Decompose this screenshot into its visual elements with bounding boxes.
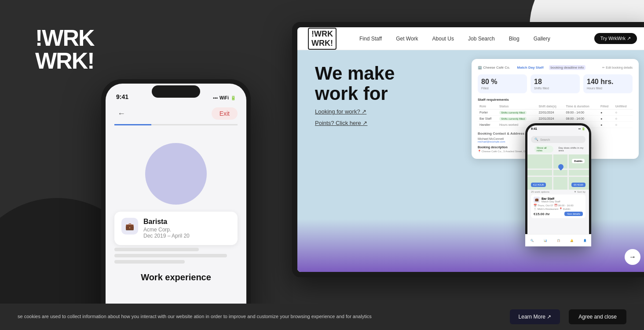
phone-small-mockup: 9:41 ▪▪ 🔋 🔍 Search Show all roles Day do… (525, 123, 591, 246)
phone-notch (152, 85, 200, 98)
nav-blog[interactable]: Blog (509, 36, 520, 42)
job-card: 💼 Barista Acme Corp. Dec 2019 – April 20 (114, 212, 238, 245)
small-status-icons: ▪▪ 🔋 (578, 127, 585, 132)
tab-dashboard[interactable]: 📊 (544, 239, 547, 242)
progress-fill (114, 124, 151, 125)
site-logo: !WRKWRK! (308, 28, 337, 50)
logo: !WRK WRK! (35, 26, 94, 72)
map-road-h (527, 169, 589, 170)
phone-small-screen: 9:41 ▪▪ 🔋 🔍 Search Show all roles Day do… (527, 125, 589, 244)
price-pin-map2: €8 HOUR (571, 183, 585, 187)
table-row: PorterShifts currently filled 22/01/2024… (478, 110, 633, 116)
agree-and-close-button[interactable]: Agree and close (569, 309, 626, 324)
nav-find-staff[interactable]: Find Staff (359, 36, 382, 42)
content-bar-2 (114, 254, 227, 257)
small-status-bar: 9:41 ▪▪ 🔋 (527, 125, 589, 134)
looking-for-work-link[interactable]: Looking for work? ↗ (315, 108, 366, 115)
status-time: 9:41 (116, 93, 128, 100)
laptop-hero: We make work for Looking for work? ↗ Poi… (297, 50, 644, 272)
exit-button[interactable]: Exit (212, 107, 238, 120)
small-job-card: 💼 Bar Staff Match Day Staff 📅 Thurs, Oct… (531, 194, 585, 218)
laptop-screen-inner: !WRKWRK! Find Staff Get Work About Us Jo… (297, 27, 644, 272)
tab-search[interactable]: 🔍 (531, 239, 534, 242)
phone-outer: 9:41 ▪▪▪ WiFi 🔋 ← Exit (101, 79, 251, 330)
logo-text: !WRK WRK! (35, 26, 94, 72)
profile-avatar (145, 143, 207, 205)
table-row: Bar StaffShifts currently filled 22/01/2… (478, 116, 633, 122)
learn-more-button[interactable]: Learn More ↗ (510, 309, 560, 324)
small-search-bar[interactable]: 🔍 Search (531, 136, 585, 143)
profile-section (106, 143, 246, 205)
location-label: Dublin (572, 159, 585, 163)
job-info: Barista Acme Corp. Dec 2019 – April 20 (143, 218, 231, 239)
see-details-button[interactable]: See details (564, 212, 583, 216)
phone-screen: 9:41 ▪▪▪ WiFi 🔋 ← Exit (106, 84, 246, 326)
phone-navigation: ← Exit (106, 103, 246, 124)
stat-hours: 140 hrs. Hours filled (583, 74, 633, 93)
job-company: Acme Corp. (143, 227, 231, 233)
small-job-footer: €15.00 /hr See details (534, 212, 583, 216)
work-options-bar: 25 work options ▼ Sort by (531, 191, 585, 193)
tab-my-jobs[interactable]: 📋 (557, 239, 560, 242)
nav-get-work[interactable]: Get Work (396, 36, 418, 42)
dashboard-stats: 80 % Filled 18 Shifts filled 140 hrs. Ho… (478, 74, 633, 93)
map-road-h2 (527, 176, 589, 177)
dashboard-header: 🏢 Cheese Café Co. Match Day Staff bookin… (478, 65, 633, 70)
job-title: Barista (143, 218, 231, 226)
small-job-date: 📅 Thurs, Oct 07 ⏰ 08:00 - 16:00 (534, 204, 583, 207)
small-job-icon: 💼 (534, 197, 540, 203)
sort-button[interactable]: ▼ Sort by (574, 191, 585, 193)
cookie-text: se cookies are used to collect informati… (18, 313, 501, 320)
hero-headline: We make work for (315, 63, 456, 104)
content-bar-1 (114, 248, 199, 251)
section-title: Work experience (106, 264, 246, 282)
tab-profile[interactable]: 👤 (583, 239, 586, 242)
search-icon: 🔍 (534, 138, 538, 141)
map-view: Dublin €12 HOUR €8 HOUR (527, 154, 589, 190)
phone-main-mockup: 9:41 ▪▪▪ WiFi 🔋 ← Exit (101, 79, 251, 330)
points-link[interactable]: Points? Click here ↗ (315, 120, 367, 126)
site-navigation: !WRKWRK! Find Staff Get Work About Us Jo… (297, 27, 644, 50)
stat-filled: 80 % Filled (478, 74, 527, 93)
cookie-banner: se cookies are used to collect informati… (0, 304, 644, 330)
bottom-tabs: 🔍 📊 📋 🔔 👤 (527, 234, 589, 244)
small-job-venue: 🍴 Mick's Restaurant 📍 Dublin (534, 207, 583, 210)
nav-about-us[interactable]: About Us (432, 36, 454, 42)
map-road-v (552, 154, 553, 190)
back-button[interactable]: ← (114, 106, 128, 121)
nav-job-search[interactable]: Job Search (468, 36, 495, 42)
filter-label: Day does shifts in my area (559, 145, 586, 154)
status-icons: ▪▪▪ WiFi 🔋 (213, 95, 236, 100)
nav-gallery[interactable]: Gallery (534, 36, 550, 42)
show-all-roles-tag[interactable]: Show all roles (534, 146, 553, 153)
price-pin-map: €12 HOUR (531, 183, 546, 187)
map-road-v2 (567, 154, 569, 190)
stat-shifts: 18 Shifts filled (531, 74, 580, 93)
job-dates: Dec 2019 – April 20 (143, 233, 231, 239)
arrow-button[interactable]: → (625, 249, 640, 265)
small-job-title: Bar Staff Match Day Staff (542, 197, 560, 203)
tab-notifications[interactable]: 🔔 (570, 239, 573, 242)
try-wrkwrk-button[interactable]: Try WrkWrk ↗ (594, 33, 637, 44)
job-icon: 💼 (121, 218, 138, 235)
laptop-gradient: → (297, 219, 644, 272)
progress-bar (114, 124, 238, 125)
small-status-time: 9:41 (531, 127, 537, 132)
phone-small-outer: 9:41 ▪▪ 🔋 🔍 Search Show all roles Day do… (525, 123, 591, 246)
content-bar-3 (114, 260, 185, 264)
laptop-screen-outer: !WRKWRK! Find Staff Get Work About Us Jo… (292, 22, 644, 277)
